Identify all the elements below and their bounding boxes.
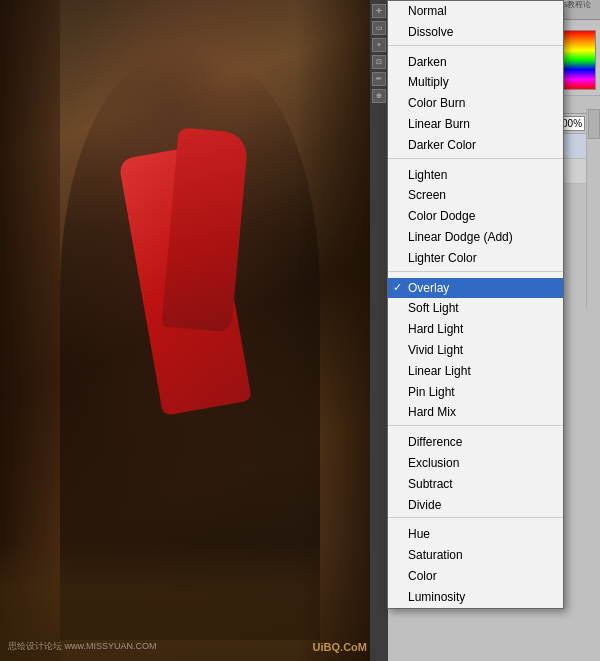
blend-darken[interactable]: Darken bbox=[388, 52, 563, 73]
blend-linear-light[interactable]: Linear Light bbox=[388, 361, 563, 382]
blend-dissolve[interactable]: Dissolve bbox=[388, 22, 563, 43]
blend-overlay[interactable]: Overlay bbox=[388, 278, 563, 299]
blend-vivid-light[interactable]: Vivid Light bbox=[388, 340, 563, 361]
separator-5 bbox=[388, 517, 563, 522]
blend-pin-light[interactable]: Pin Light bbox=[388, 382, 563, 403]
blend-soft-light[interactable]: Soft Light bbox=[388, 298, 563, 319]
blend-multiply[interactable]: Multiply bbox=[388, 72, 563, 93]
blend-darker-color[interactable]: Darker Color bbox=[388, 135, 563, 156]
ps-toolbar: ✛ ▭ ⌖ ⊡ ✏ ⊕ bbox=[370, 0, 388, 661]
blend-hard-mix[interactable]: Hard Mix bbox=[388, 402, 563, 423]
blend-saturation[interactable]: Saturation bbox=[388, 545, 563, 566]
blend-subtract[interactable]: Subtract bbox=[388, 474, 563, 495]
tool-brush[interactable]: ✏ bbox=[372, 72, 386, 86]
blend-color[interactable]: Color bbox=[388, 566, 563, 587]
blend-lighter-color[interactable]: Lighter Color bbox=[388, 248, 563, 269]
tool-select[interactable]: ▭ bbox=[372, 21, 386, 35]
blend-mode-dropdown[interactable]: Normal Dissolve Darken Multiply Color Bu… bbox=[387, 0, 564, 609]
blend-linear-burn[interactable]: Linear Burn bbox=[388, 114, 563, 135]
blend-divide[interactable]: Divide bbox=[388, 495, 563, 516]
scrollbar[interactable] bbox=[586, 108, 600, 308]
scrollbar-thumb[interactable] bbox=[588, 109, 600, 139]
separator-3 bbox=[388, 271, 563, 276]
tree-right bbox=[295, 0, 375, 661]
blend-hard-light[interactable]: Hard Light bbox=[388, 319, 563, 340]
tool-lasso[interactable]: ⌖ bbox=[372, 38, 386, 52]
blend-exclusion[interactable]: Exclusion bbox=[388, 453, 563, 474]
separator-2 bbox=[388, 158, 563, 163]
tool-crop[interactable]: ⊡ bbox=[372, 55, 386, 69]
watermark-left: 思绘设计论坛 www.MISSYUAN.COM bbox=[8, 640, 157, 653]
blend-color-burn[interactable]: Color Burn bbox=[388, 93, 563, 114]
watermark-right: UiBQ.CoM bbox=[313, 641, 367, 653]
separator-1 bbox=[388, 45, 563, 50]
tool-move[interactable]: ✛ bbox=[372, 4, 386, 18]
blend-lighten[interactable]: Lighten bbox=[388, 165, 563, 186]
blend-luminosity[interactable]: Luminosity bbox=[388, 587, 563, 608]
blend-screen[interactable]: Screen bbox=[388, 185, 563, 206]
blend-normal[interactable]: Normal bbox=[388, 1, 563, 22]
separator-4 bbox=[388, 425, 563, 430]
blend-hue[interactable]: Hue bbox=[388, 524, 563, 545]
blend-color-dodge[interactable]: Color Dodge bbox=[388, 206, 563, 227]
blend-difference[interactable]: Difference bbox=[388, 432, 563, 453]
blend-linear-dodge[interactable]: Linear Dodge (Add) bbox=[388, 227, 563, 248]
photo-background: 思绘设计论坛 www.MISSYUAN.COM UiBQ.CoM bbox=[0, 0, 375, 661]
tool-clone[interactable]: ⊕ bbox=[372, 89, 386, 103]
